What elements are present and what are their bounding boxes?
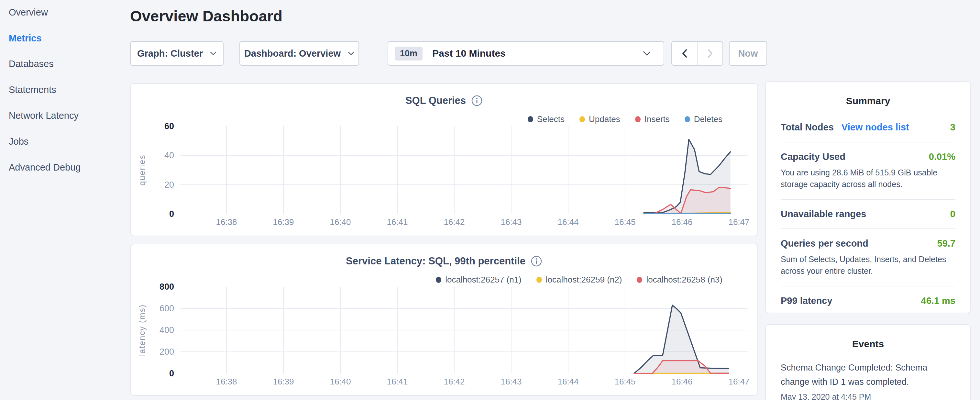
sidebar-item-databases[interactable]: Databases xyxy=(9,57,54,71)
total-nodes-label: Total Nodes xyxy=(781,122,834,133)
x-axis-tick: 16:39 xyxy=(273,377,294,386)
x-axis-tick: 16:47 xyxy=(728,217,749,227)
x-axis-tick: 16:46 xyxy=(671,377,692,386)
sidebar-item-advanced-debug[interactable]: Advanced Debug xyxy=(9,160,81,174)
summary-panel: Summary Total Nodes View nodes list 3 Ca… xyxy=(765,81,971,313)
p99-latency-value: 46.1 ms xyxy=(921,295,955,306)
unavailable-ranges-label: Unavailable ranges xyxy=(781,209,866,220)
chevron-down-icon xyxy=(210,51,216,55)
p99-latency-label: P99 latency xyxy=(781,295,832,306)
y-axis-label: latency (ms) xyxy=(137,304,146,356)
x-axis-tick: 16:39 xyxy=(273,217,294,227)
divider xyxy=(781,228,955,229)
page-title: Overview Dashboard xyxy=(130,7,282,25)
y-axis-tick: 0 xyxy=(169,369,174,378)
summary-title: Summary xyxy=(766,82,970,107)
events-title: Events xyxy=(766,325,970,349)
x-axis-tick: 16:38 xyxy=(216,377,237,386)
y-axis-tick: 800 xyxy=(159,282,174,292)
prev-time-button[interactable] xyxy=(672,42,697,65)
service-latency-chart-plot[interactable]: 16:3816:3916:4016:4116:4216:4316:4416:45… xyxy=(131,244,759,397)
capacity-used-value: 0.01% xyxy=(929,151,955,162)
time-range-label: Past 10 Minutes xyxy=(432,48,643,59)
y-axis-tick: 40 xyxy=(164,150,174,160)
sql-queries-chart-card: SQL Queries SelectsUpdatesInsertsDeletes… xyxy=(130,83,758,236)
time-step-buttons xyxy=(671,41,723,66)
y-axis-tick: 600 xyxy=(159,304,174,313)
y-axis-label: queries xyxy=(137,155,146,186)
unavailable-ranges-value: 0 xyxy=(950,209,955,220)
x-axis-tick: 16:43 xyxy=(501,377,522,386)
chevron-down-icon xyxy=(348,51,354,55)
x-axis-tick: 16:47 xyxy=(728,377,749,386)
x-axis-tick: 16:38 xyxy=(216,217,237,227)
service-latency-chart-card: Service Latency: SQL, 99th percentile lo… xyxy=(130,244,758,396)
y-axis-tick: 20 xyxy=(164,180,174,190)
chevron-right-icon xyxy=(707,49,713,58)
x-axis-tick: 16:45 xyxy=(614,217,635,227)
event-timestamp: May 13, 2020 at 4:45 PM xyxy=(766,389,970,400)
dashboard-dropdown[interactable]: Dashboard: Overview xyxy=(239,41,359,66)
time-range-badge: 10m xyxy=(395,46,423,61)
x-axis-tick: 16:45 xyxy=(614,377,635,386)
sidebar-item-statements[interactable]: Statements xyxy=(9,83,56,97)
capacity-used-description: You are using 28.6 MiB of 515.9 GiB usab… xyxy=(781,167,955,190)
graph-dropdown[interactable]: Graph: Cluster xyxy=(130,41,224,66)
capacity-used-label: Capacity Used xyxy=(781,151,845,162)
queries-per-second-value: 59.7 xyxy=(937,238,955,249)
now-button[interactable]: Now xyxy=(729,41,767,66)
sidebar-item-overview[interactable]: Overview xyxy=(9,5,48,19)
series-line xyxy=(644,213,730,214)
dashboard-dropdown-label: Dashboard: Overview xyxy=(244,48,341,59)
chevron-left-icon xyxy=(682,49,687,58)
events-panel: Events Schema Change Completed: Schema c… xyxy=(765,324,971,400)
next-time-button[interactable] xyxy=(697,42,722,65)
y-axis-tick: 200 xyxy=(159,347,174,357)
x-axis-tick: 16:44 xyxy=(557,377,579,386)
sidebar: Overview Metrics Databases Statements Ne… xyxy=(0,0,130,400)
x-axis-tick: 16:40 xyxy=(330,377,351,386)
toolbar-divider xyxy=(375,41,375,66)
x-axis-tick: 16:40 xyxy=(330,217,351,227)
sidebar-item-network-latency[interactable]: Network Latency xyxy=(9,108,79,123)
chevron-down-icon xyxy=(643,51,651,56)
graph-dropdown-label: Graph: Cluster xyxy=(137,48,203,59)
divider xyxy=(781,286,955,287)
view-nodes-list-link[interactable]: View nodes list xyxy=(842,122,909,133)
x-axis-tick: 16:42 xyxy=(444,377,465,386)
y-axis-tick: 60 xyxy=(164,121,174,131)
sidebar-item-jobs[interactable]: Jobs xyxy=(9,134,29,148)
time-range-dropdown[interactable]: 10m Past 10 Minutes xyxy=(388,41,664,66)
divider xyxy=(781,142,955,142)
event-message: Schema Change Completed: Schema change w… xyxy=(766,360,970,389)
x-axis-tick: 16:43 xyxy=(501,217,522,227)
sidebar-item-metrics[interactable]: Metrics xyxy=(9,31,42,45)
x-axis-tick: 16:44 xyxy=(557,217,579,227)
sql-queries-chart-plot[interactable]: 16:3816:3916:4016:4116:4216:4316:4416:45… xyxy=(131,84,759,237)
x-axis-tick: 16:41 xyxy=(387,377,408,386)
y-axis-tick: 400 xyxy=(159,325,174,335)
x-axis-tick: 16:46 xyxy=(671,217,692,227)
queries-per-second-label: Queries per second xyxy=(781,238,869,249)
total-nodes-value: 3 xyxy=(950,122,955,133)
queries-per-second-description: Sum of Selects, Updates, Inserts, and De… xyxy=(781,253,955,277)
divider xyxy=(781,199,955,200)
x-axis-tick: 16:41 xyxy=(387,217,408,227)
y-axis-tick: 0 xyxy=(169,209,174,219)
x-axis-tick: 16:42 xyxy=(444,217,465,227)
